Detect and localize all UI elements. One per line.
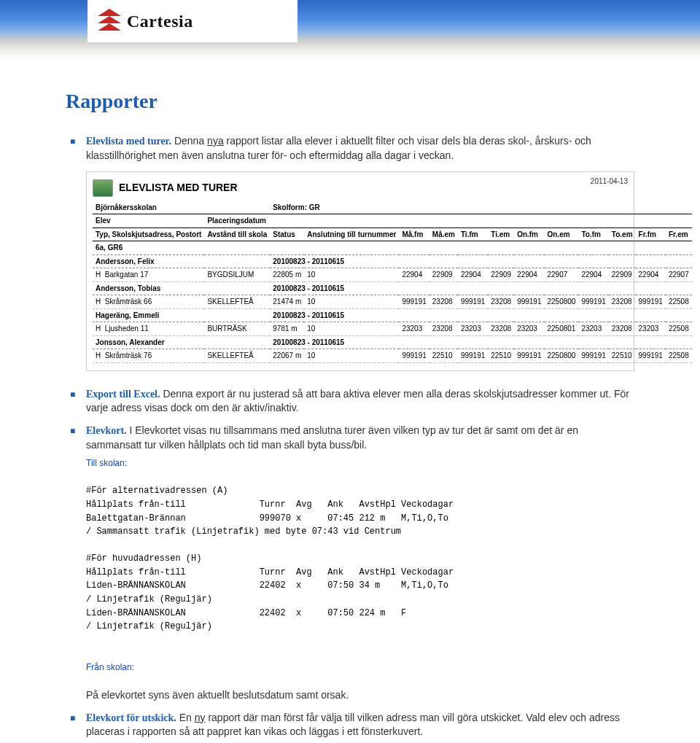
page-title: Rapporter	[66, 87, 634, 115]
screenshot-elevkort: Till skolan: #För alternativadressen (A)…	[86, 456, 634, 675]
svg-marker-2	[98, 23, 121, 31]
svg-marker-0	[98, 9, 121, 16]
bullet-lead: Elevkort.	[86, 425, 127, 436]
bus-icon	[93, 179, 113, 197]
bullet-elevkort: Elevkort. I Elevkortet visas nu tillsamm…	[66, 424, 634, 701]
svg-marker-1	[98, 16, 121, 23]
bullet-lead: Elevkort för utskick.	[86, 712, 176, 723]
report-date: 2011-04-13	[591, 176, 628, 187]
brand-logo-icon	[98, 9, 121, 34]
bullet-elevlista: Elevlista med turer. Denna nya rapport l…	[66, 134, 634, 371]
bullet-continuation: På elevkortet syns även aktuellt besluts…	[86, 688, 634, 702]
brand-name: Cartesia	[127, 9, 193, 33]
bullet-lead: Elevlista med turer.	[86, 136, 171, 147]
bullet-lead: Export till Excel.	[86, 389, 160, 400]
brand-bar: Cartesia	[88, 0, 298, 42]
page-header: Cartesia	[0, 0, 700, 58]
screenshot-elevlista: 2011-04-13 ELEVLISTA MED TURER Björnåker…	[86, 171, 634, 371]
bullet-elevkort-utskick: Elevkort för utskick. En ny rapport där …	[66, 711, 634, 739]
bullet-export-excel: Export till Excel. Denna export är nu ju…	[66, 387, 634, 416]
